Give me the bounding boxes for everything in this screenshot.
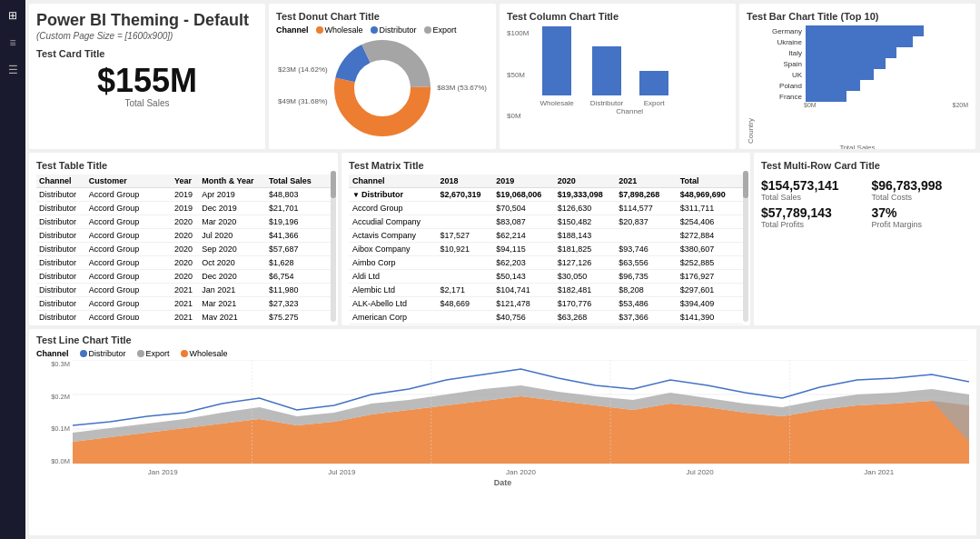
donut-label-gray: $49M (31.68%) <box>278 97 328 105</box>
export-label: Export <box>433 25 457 35</box>
table-scrollbar-thumb[interactable] <box>331 171 336 198</box>
sidebar: ⊞ ≡ ☰ <box>0 0 25 539</box>
line-legend-distributor: Distributor <box>80 349 126 358</box>
donut-legend-distributor: Distributor <box>371 25 417 35</box>
line-y-03: $0.3M <box>51 360 70 368</box>
row3: Test Line Chart Title Channel Distributo… <box>29 329 976 535</box>
col-bar-wholesale <box>542 26 571 95</box>
table-row: DistributorAccord Group2021Mar 2021$27,3… <box>36 297 331 311</box>
bar-country-italy: Italy <box>757 49 802 57</box>
table-area[interactable]: Channel Customer Year Month & Year Total… <box>36 175 331 320</box>
col-label-export: Export <box>644 99 665 107</box>
matrix-card: Test Matrix Title Channel 2018 2019 2020… <box>342 153 750 325</box>
bar-y-axis-label: Country <box>747 25 755 144</box>
bar-country-uk: UK <box>757 71 802 79</box>
donut-chart-area: $23M (14.62%) $49M (31.68%) $83M (53.67%… <box>276 38 489 138</box>
table-row: DistributorAccord Group2019Dec 2019$21,7… <box>36 202 331 215</box>
col-group-distributor: Distributor <box>590 46 623 107</box>
total-profits-label: Total Profits <box>761 220 868 229</box>
mth-total: Total <box>677 175 743 188</box>
distributor-label: Distributor <box>380 25 417 35</box>
table-title: Test Table Title <box>36 160 331 171</box>
table-row: DistributorAccord Group2020Oct 2020$1,62… <box>36 256 331 270</box>
bar-rows-area: Germany Ukraine Italy Spain <box>757 25 968 144</box>
donut-chart-title: Test Donut Chart Title <box>276 11 489 22</box>
total-profits-value: $57,789,143 <box>761 205 868 220</box>
matrix-row: Actavis Company $17,527$62,214$188,143$2… <box>349 229 743 243</box>
line-x-labels: Jan 2019 Jul 2019 Jan 2020 Jul 2020 Jan … <box>73 468 969 476</box>
th-channel: Channel <box>36 175 86 188</box>
line-y-01: $0.1M <box>51 424 70 433</box>
bar-fill-spain <box>806 58 886 69</box>
bar-fill-germany <box>806 25 924 36</box>
bar-row-france: France <box>757 91 968 102</box>
bar-x-0: $0M <box>804 102 817 108</box>
column-chart-inner: Wholesale Distributor Export Chann <box>530 25 728 135</box>
col-bar-distributor <box>592 46 621 95</box>
multirow-item-total-costs: $96,783,998 Total Costs <box>872 178 979 202</box>
multirow-item-total-sales: $154,573,141 Total Sales <box>761 178 868 202</box>
multirow-grid: $154,573,141 Total Sales $96,783,998 Tot… <box>761 178 978 229</box>
col-y-0: $0M <box>507 112 529 120</box>
matrix-row-distributor: ▼Distributor $2,670,319 $19,068,006 $19,… <box>349 188 743 202</box>
export-dot <box>424 26 431 34</box>
matrix-scrollbar-thumb[interactable] <box>743 171 748 198</box>
th-customer: Customer <box>86 175 172 188</box>
multirow-card: Test Multi-Row Card Title $154,573,141 T… <box>754 153 980 325</box>
column-chart-title: Test Column Chart Title <box>507 11 728 22</box>
th-year: Year <box>172 175 199 188</box>
line-chart-main: $0.3M $0.2M $0.1M $0.0M <box>36 360 969 478</box>
row1: Power BI Theming - Default (Custom Page … <box>29 4 976 149</box>
sidebar-icon-pages[interactable]: ≡ <box>5 35 21 51</box>
line-y-02: $0.2M <box>51 393 70 401</box>
donut-chart-card: Test Donut Chart Title Channel Wholesale… <box>269 4 496 149</box>
line-x-jul2019: Jul 2019 <box>328 468 355 476</box>
table-scrollbar[interactable] <box>331 171 336 322</box>
line-label-distributor: Distributor <box>89 349 126 358</box>
mth-2018: 2018 <box>437 175 493 188</box>
bar-fill-uk <box>806 69 874 80</box>
sidebar-icon-bookmarks[interactable]: ☰ <box>5 62 21 78</box>
table-row: DistributorAccord Group2020Jul 2020$41,3… <box>36 229 331 243</box>
mth-channel: Channel <box>349 175 437 188</box>
col-group-export: Export <box>639 71 668 107</box>
bar-fill-poland <box>806 80 860 91</box>
bar-chart-area: Country Germany Ukraine Italy <box>747 25 968 144</box>
line-x-jan2021: Jan 2021 <box>864 468 894 476</box>
col-bar-export <box>639 71 668 95</box>
line-legend: Channel Distributor Export Wholesale <box>36 349 969 358</box>
distributor-dot <box>371 26 378 34</box>
matrix-table: Channel 2018 2019 2020 2021 Total ▼Distr… <box>349 175 743 324</box>
line-label-wholesale: Wholesale <box>190 349 228 358</box>
metric-sub: Total Sales <box>36 98 258 108</box>
line-channel-label: Channel <box>36 349 69 358</box>
card-label: Test Card Title <box>36 48 258 59</box>
table-row: DistributorAccord Group2020Dec 2020$6,75… <box>36 270 331 284</box>
column-y-axis: $100M $50M $0M <box>507 25 530 135</box>
svg-point-3 <box>355 61 410 115</box>
line-chart-title: Test Line Chart Title <box>36 334 969 345</box>
sidebar-icon-home[interactable]: ⊞ <box>5 7 21 24</box>
line-chart-svg <box>73 360 969 464</box>
line-dot-wholesale <box>181 350 188 357</box>
line-legend-export: Export <box>137 349 170 358</box>
app-subtitle: (Custom Page Size = [1600x900]) <box>36 31 258 41</box>
bar-row-uk: UK <box>757 69 968 80</box>
column-chart-area: $100M $50M $0M Wholesale Distr <box>507 25 728 135</box>
expand-icon[interactable]: ▼ <box>352 191 360 199</box>
dashboard: ⊞ ≡ ☰ Power BI Theming - Default (Custom… <box>0 0 980 539</box>
bar-chart-card: Test Bar Chart Title (Top 10) Country Ge… <box>739 4 975 149</box>
app-title: Power BI Theming - Default <box>36 11 258 31</box>
donut-legend-wholesale: Wholesale <box>316 25 363 35</box>
row2: Test Table Title Channel Customer Year M… <box>29 153 976 325</box>
matrix-row: Accord Group $70,504$126,630$114,577$311… <box>349 202 743 215</box>
matrix-scrollbar[interactable] <box>743 171 748 322</box>
col-x-label: Channel <box>530 107 728 115</box>
table-row: DistributorAccord Group2019Apr 2019$48,8… <box>36 188 331 202</box>
matrix-row: ALK-Abello Ltd $48,669$121,478$170,776$5… <box>349 297 743 311</box>
col-y-50: $50M <box>507 71 529 79</box>
line-chart-card: Test Line Chart Title Channel Distributo… <box>29 329 976 535</box>
bar-x-label: Total Sales <box>747 144 968 149</box>
matrix-area[interactable]: Channel 2018 2019 2020 2021 Total ▼Distr… <box>349 175 743 324</box>
bar-x-20: $20M <box>952 102 968 108</box>
